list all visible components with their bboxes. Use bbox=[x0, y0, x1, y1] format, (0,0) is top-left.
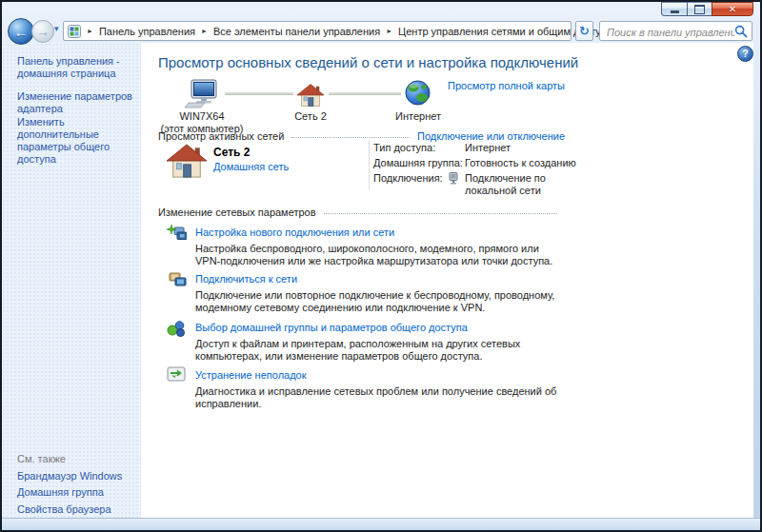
task-homegroup: Выбор домашней группы и параметров общег… bbox=[158, 318, 560, 363]
change-settings-header-row: Изменение сетевых параметров bbox=[158, 207, 565, 218]
caption-buttons: ✕ bbox=[661, 2, 753, 16]
task-link-connect[interactable]: Подключиться к сети bbox=[195, 273, 297, 285]
dotted-leader bbox=[324, 213, 557, 214]
house-icon-small[interactable] bbox=[296, 83, 325, 108]
recent-pages-dropdown[interactable]: ▾ bbox=[54, 24, 59, 33]
task-troubleshoot: Устранение неполадок Диагностика и испра… bbox=[158, 365, 560, 410]
breadcrumb[interactable]: ► Панель управления ► Все элементы панел… bbox=[63, 21, 572, 41]
search-input[interactable] bbox=[602, 23, 736, 41]
change-settings-header: Изменение сетевых параметров bbox=[158, 207, 316, 218]
internet-globe-icon[interactable] bbox=[405, 80, 431, 106]
access-type-value: Интернет bbox=[465, 142, 511, 153]
see-also-header: См. также bbox=[17, 453, 66, 464]
breadcrumb-separator[interactable]: ► bbox=[386, 28, 392, 34]
breadcrumb-separator[interactable]: ► bbox=[201, 28, 208, 34]
new-connection-icon bbox=[167, 224, 187, 243]
page-title: Просмотр основных сведений о сети и наст… bbox=[158, 54, 578, 70]
window-frame: ✕ ← → ▾ ► Панель управления ► Все элемен… bbox=[0, 0, 762, 532]
help-icon: ? bbox=[742, 49, 748, 59]
task-link-new-connection[interactable]: Настройка нового подключения или сети bbox=[195, 227, 394, 238]
help-button[interactable]: ? bbox=[737, 46, 753, 62]
network-type-link[interactable]: Домашняя сеть bbox=[213, 161, 289, 172]
task-connect: Подключиться к сети Подключение или повт… bbox=[158, 269, 560, 314]
minimize-button[interactable] bbox=[661, 2, 688, 16]
close-icon: ✕ bbox=[729, 4, 736, 14]
active-networks-header-row: Просмотр активных сетей Подключение или … bbox=[158, 130, 565, 142]
homegroup-label: Домашняя группа: bbox=[373, 157, 463, 168]
minimize-icon bbox=[671, 10, 679, 13]
map-internet-label: Интернет bbox=[371, 110, 466, 123]
main-content: Просмотр основных сведений о сети и наст… bbox=[141, 43, 753, 519]
homegroup-status-link[interactable]: Готовность к созданию bbox=[465, 157, 576, 168]
homegroup-icon bbox=[167, 319, 186, 338]
computer-icon[interactable] bbox=[185, 79, 219, 108]
active-network-name: Сеть 2 bbox=[213, 146, 250, 159]
task-desc: Доступ к файлам и принтерам, расположенн… bbox=[195, 338, 560, 363]
access-type-label: Тип доступа: bbox=[373, 142, 435, 153]
connector-line bbox=[225, 92, 293, 95]
sidebar-item-windows-firewall[interactable]: Брандмауэр Windows bbox=[17, 470, 133, 483]
computer-name: WIN7X64 bbox=[145, 110, 259, 123]
control-panel-icon bbox=[68, 25, 81, 38]
breadcrumb-item-all-items[interactable]: Все элементы панели управления bbox=[213, 26, 380, 37]
active-networks-header: Просмотр активных сетей bbox=[158, 130, 284, 142]
view-full-map-link[interactable]: Просмотр полной карты bbox=[448, 80, 565, 91]
refresh-icon: ↻ bbox=[579, 24, 590, 38]
maximize-button[interactable] bbox=[687, 2, 712, 16]
back-button[interactable]: ← bbox=[8, 18, 34, 45]
lan-connection-link[interactable]: Подключение по локальной сети bbox=[465, 172, 584, 197]
dotted-leader bbox=[291, 137, 410, 138]
task-desc: Настройка беспроводного, широкополосного… bbox=[195, 243, 560, 267]
breadcrumb-separator[interactable]: ► bbox=[87, 28, 93, 34]
forward-button[interactable]: → bbox=[31, 20, 54, 43]
troubleshoot-icon bbox=[167, 366, 186, 384]
sidebar-item-homegroup[interactable]: Домашняя группа bbox=[17, 486, 133, 499]
map-network-name: Сеть 2 bbox=[263, 110, 358, 123]
search-box bbox=[599, 21, 752, 41]
house-icon-large[interactable] bbox=[166, 142, 208, 180]
breadcrumb-item-control-panel[interactable]: Панель управления bbox=[99, 26, 195, 37]
search-icon[interactable] bbox=[734, 25, 748, 38]
task-link-homegroup[interactable]: Выбор домашней группы и параметров общег… bbox=[195, 322, 468, 333]
sidebar: Панель управления - домашняя страница Из… bbox=[2, 43, 141, 519]
sidebar-item-change-sharing-settings[interactable]: Изменить дополнительные параметры общего… bbox=[17, 116, 133, 166]
connections-label: Подключения: bbox=[373, 172, 443, 184]
status-bar bbox=[2, 518, 760, 530]
connector-line bbox=[329, 92, 401, 95]
connect-disconnect-link[interactable]: Подключение или отключение bbox=[417, 130, 565, 142]
sidebar-item-change-adapter-settings[interactable]: Изменение параметров адаптера bbox=[17, 90, 133, 115]
task-desc: Подключение или повторное подключение к … bbox=[195, 289, 560, 314]
task-desc: Диагностика и исправление сетевых пробле… bbox=[195, 385, 560, 410]
forward-icon: → bbox=[37, 25, 50, 39]
refresh-button[interactable]: ↻ bbox=[575, 21, 593, 41]
lan-connection-icon bbox=[448, 172, 459, 185]
connect-network-icon bbox=[167, 270, 187, 289]
sidebar-item-internet-options[interactable]: Свойства браузера bbox=[17, 503, 133, 516]
sidebar-item-control-panel-home[interactable]: Панель управления - домашняя страница bbox=[17, 55, 133, 80]
divider bbox=[369, 140, 370, 189]
close-button[interactable]: ✕ bbox=[712, 2, 753, 16]
maximize-icon bbox=[694, 5, 705, 14]
task-link-troubleshoot[interactable]: Устранение неполадок bbox=[195, 369, 307, 381]
back-icon: ← bbox=[14, 24, 29, 40]
task-new-connection: Настройка нового подключения или сети На… bbox=[158, 223, 560, 267]
